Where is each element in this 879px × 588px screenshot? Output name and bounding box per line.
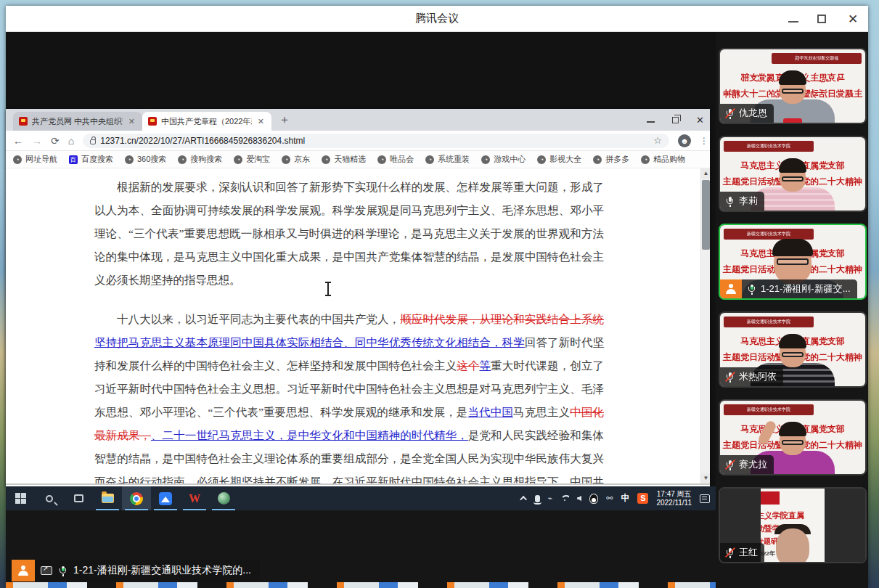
speaker-pill: 1-21-潘祖刚-新疆交通职业技术学院的... (35, 560, 260, 581)
game-center-button[interactable] (209, 486, 238, 510)
browser-close-icon[interactable]: ✕ (696, 115, 704, 126)
tab-party-constitution[interactable]: 中国共产党章程（2022年新旧对 ✕ (142, 112, 271, 131)
tencent-meeting-button[interactable] (151, 486, 180, 510)
meeting-app-icon (159, 492, 172, 505)
globe-icon: ◔ (425, 155, 434, 164)
body-text: 马克思主义 (513, 406, 570, 418)
inserted-text: 坚持把马克思主义基本原理同中国具体实际相结合、同中华优秀传统文化相结合，科学 (94, 336, 525, 348)
notification-center-icon[interactable] (700, 494, 710, 503)
browser-minimize-icon[interactable] (647, 117, 655, 123)
minimize-icon[interactable] (788, 15, 798, 23)
chrome-icon (130, 492, 143, 505)
participant-name: 赛尤拉 (739, 458, 767, 471)
participant-tile[interactable]: 新疆交通职业技术学院马克思主义学院直属党支部主题党日活动暨学习党的二十大精神专题… (719, 48, 867, 124)
tray-mic-icon[interactable] (535, 495, 540, 502)
deleted-text: 这个 (457, 359, 479, 372)
menu-dots-icon[interactable]: ⋮ (700, 136, 703, 146)
bookmark-label: 唯品会 (390, 154, 414, 165)
forward-icon[interactable]: → (32, 135, 42, 147)
sogou-icon[interactable]: S (637, 493, 648, 504)
bookmark-item[interactable]: ◔天猫精选 (322, 154, 366, 165)
slide-banner: 新疆交通职业技术学院 (724, 317, 814, 327)
bookmark-item[interactable]: ◔爱淘宝 (234, 154, 270, 165)
search-button[interactable] (35, 486, 64, 510)
party-favicon (148, 117, 157, 126)
window-title: 腾讯会议 (415, 12, 459, 25)
participant-tile[interactable]: 新疆交通职业技术学院马克思主义学院直属党支部主题党日活动暨学习党的二十大精神专题… (719, 224, 867, 300)
task-view-button[interactable] (64, 486, 93, 510)
portrait-video: 主义学院直属动暨学习党的专题研2022年 (761, 489, 825, 562)
bookmarks-bar: ◔网址导航百百度搜索◔360搜索◔搜狗搜索◔爱淘宝◔京东◔天猫精选◔唯品会◔系统… (6, 151, 710, 168)
bookmark-item[interactable]: ◔游戏中心 (481, 154, 526, 165)
bookmark-label: 搜狗搜索 (190, 154, 222, 165)
start-button[interactable] (6, 486, 35, 510)
person-icon (726, 284, 736, 294)
participant-tile[interactable]: 主义学院直属动暨学习党的专题研2022年王红 (719, 487, 867, 563)
scrollbar-thumb[interactable] (702, 180, 710, 250)
bookmark-item[interactable]: ◔唯品会 (377, 154, 414, 165)
slide-text-fragment: 主义学院直属 (761, 510, 825, 521)
participant-name: 王红 (739, 546, 758, 559)
speaker-name: 1-21-潘祖刚-新疆交通职业技术学院的... (73, 564, 251, 577)
mic-icon (724, 196, 735, 207)
bookmark-item[interactable]: ◔系统重装 (425, 154, 470, 165)
new-tab-icon[interactable]: ＋ (279, 113, 290, 128)
ime-indicator[interactable]: 中 (621, 492, 629, 505)
tray-usb-icon[interactable]: ⌁ (548, 494, 553, 503)
volume-icon[interactable] (577, 496, 581, 502)
chrome-button[interactable] (122, 486, 151, 510)
glasses (782, 352, 804, 357)
tab-close-icon[interactable]: ✕ (127, 117, 136, 126)
home-icon[interactable]: ⌂ (68, 135, 74, 147)
participant-tile[interactable]: 新疆交通职业技术学院马克思主义学院直属党支部主题党日活动暨学习党的二十大精神专题… (719, 311, 867, 388)
bookmark-label: 网址导航 (25, 154, 57, 165)
globe-icon: ◔ (593, 155, 602, 164)
browser-toolbar: ← → ⟳ ⌂ 12371.cn/2022/10/27/ARTI16668459… (6, 131, 710, 151)
participant-tile[interactable]: 新疆交通职业技术学院马克思主义学院直属党支部主题党日活动暨学习党的二十大精神专题… (719, 136, 867, 212)
glasses (777, 258, 809, 265)
bookmark-item[interactable]: ◔搜狗搜索 (178, 154, 222, 165)
bookmark-label: 精品购物 (653, 154, 685, 165)
profile-badge (720, 279, 742, 298)
scroll-down-icon[interactable]: ▼ (701, 473, 710, 483)
shared-screen: 共产党员网 中共中央组织部 ✕ 中国共产党章程（2022年新旧对 ✕ ＋ ✕ (6, 32, 716, 510)
tray-link-icon[interactable]: ⚯ (606, 494, 613, 503)
lock-icon[interactable] (90, 139, 96, 144)
bookmark-label: 爱淘宝 (246, 154, 270, 165)
tab-close-icon[interactable]: ✕ (256, 117, 266, 126)
bookmark-item[interactable]: ◔京东 (282, 154, 310, 165)
maximize-icon[interactable] (817, 15, 826, 23)
participant-tile[interactable]: 新疆交通职业技术学院马克思主义学院直属党支部主题党日活动暨学习党的二十大精神专题… (719, 399, 867, 475)
qq-icon[interactable] (589, 494, 598, 504)
mic-muted-icon (724, 460, 735, 470)
meeting-body: 共产党员网 中共中央组织部 ✕ 中国共产党章程（2022年新旧对 ✕ ＋ ✕ (6, 32, 868, 588)
close-icon[interactable]: ✕ (845, 12, 861, 27)
folder-icon (102, 494, 114, 503)
scroll-up-icon[interactable]: ▲ (701, 168, 710, 179)
wps-button[interactable]: W (180, 486, 209, 510)
bookmark-star-icon[interactable]: ☆ (653, 135, 662, 146)
wifi-icon[interactable] (560, 495, 569, 502)
browser-window-controls: ✕ (647, 109, 704, 131)
back-icon[interactable]: ← (13, 135, 23, 147)
address-bar[interactable]: 12371.cn/2022/10/27/ARTI1666845926836204… (83, 134, 669, 148)
tray-expand-icon[interactable] (520, 496, 527, 503)
profile-icon[interactable]: ☻ (678, 134, 691, 147)
browser-restore-icon[interactable] (672, 117, 679, 123)
task-view-icon (74, 494, 83, 502)
reload-icon[interactable]: ⟳ (51, 135, 60, 147)
bookmark-item[interactable]: ◔360搜索 (125, 154, 166, 165)
bookmark-item[interactable]: ◔影视大全 (537, 154, 581, 165)
mic-muted-icon (724, 547, 735, 558)
bookmark-item[interactable]: 百百度搜索 (69, 154, 113, 165)
file-explorer-button[interactable] (93, 486, 122, 510)
bookmark-item[interactable]: ◔精品购物 (641, 154, 685, 165)
globe-icon: ◔ (282, 155, 290, 164)
participant-name: 米热阿依 (739, 370, 777, 383)
bookmark-item[interactable]: ◔网址导航 (13, 154, 57, 165)
scrollbar[interactable]: ▲ ▼ (700, 168, 710, 483)
taskbar-clock[interactable]: 17:47 周五 2022/11/11 (656, 490, 692, 507)
tab-party-member-site[interactable]: 共产党员网 中共中央组织部 ✕ (13, 112, 142, 131)
titlebar[interactable]: 腾讯会议 ✕ (6, 6, 868, 32)
bookmark-item[interactable]: ◔拼多多 (593, 154, 629, 165)
